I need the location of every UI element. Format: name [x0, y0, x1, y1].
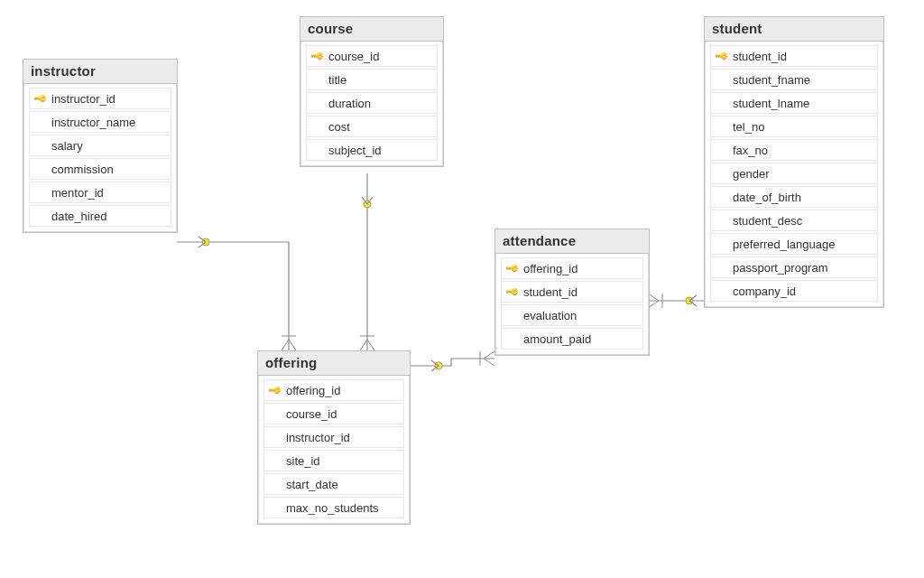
entity-title: instructor: [23, 60, 177, 84]
column-name: commission: [51, 163, 114, 176]
svg-point-3: [686, 297, 693, 304]
link-instructor-offering: [177, 237, 296, 350]
entity-student[interactable]: student 🔑student_id student_fname studen…: [704, 16, 884, 308]
column-row: 🔑student_id: [710, 45, 878, 67]
column-row: date_hired: [29, 205, 171, 227]
column-row: preferred_language: [710, 233, 878, 255]
entity-attendance[interactable]: attendance 🔑offering_id 🔑student_id eval…: [494, 228, 650, 356]
column-row: instructor_name: [29, 111, 171, 133]
column-name: duration: [328, 97, 371, 110]
column-name: title: [328, 73, 346, 87]
column-name: company_id: [733, 284, 796, 298]
column-row: 🔑course_id: [306, 45, 438, 67]
key-icon: 🔑: [504, 261, 519, 275]
link-course-offering: [360, 173, 374, 350]
column-row: mentor_id: [29, 182, 171, 203]
column-name: offering_id: [286, 384, 340, 397]
column-row: date_of_birth: [710, 186, 878, 208]
entity-columns: 🔑course_id title duration cost subject_i…: [300, 42, 443, 166]
key-icon: 🔑: [310, 49, 324, 63]
column-name: passport_program: [733, 261, 828, 275]
column-row: title: [306, 69, 438, 90]
column-name: mentor_id: [51, 186, 104, 200]
column-name: max_no_students: [286, 501, 379, 515]
column-row: start_date: [263, 473, 404, 495]
column-row: max_no_students: [263, 497, 404, 518]
key-icon: 🔑: [714, 49, 728, 63]
column-row: student_fname: [710, 69, 878, 90]
entity-title: course: [300, 17, 443, 42]
column-row: cost: [306, 116, 438, 137]
key-icon: 🔑: [504, 284, 519, 299]
column-name: subject_id: [328, 144, 382, 157]
entity-title: offering: [258, 351, 410, 376]
svg-point-0: [364, 200, 371, 208]
column-name: cost: [328, 120, 350, 134]
entity-offering[interactable]: offering 🔑offering_id course_id instruct…: [257, 350, 411, 525]
erd-canvas: instructor 🔑instructor_id instructor_nam…: [0, 0, 924, 578]
link-student-attendance: [648, 294, 704, 308]
column-name: tel_no: [733, 120, 764, 134]
svg-point-2: [435, 362, 442, 369]
column-name: gender: [733, 167, 769, 181]
entity-columns: 🔑student_id student_fname student_lname …: [705, 42, 883, 307]
entity-columns: 🔑offering_id 🔑student_id evaluation amou…: [495, 254, 649, 355]
column-row: company_id: [710, 280, 878, 302]
column-row: salary: [29, 135, 171, 156]
entity-title: student: [705, 17, 883, 42]
column-row: fax_no: [710, 139, 878, 161]
key-icon: 🔑: [32, 91, 47, 106]
column-row: gender: [710, 163, 878, 184]
column-row: student_lname: [710, 92, 878, 114]
column-name: preferred_language: [733, 238, 835, 251]
column-name: offering_id: [523, 262, 578, 275]
column-name: student_desc: [733, 214, 802, 228]
entity-columns: 🔑instructor_id instructor_name salary co…: [23, 84, 177, 232]
column-name: date_hired: [51, 210, 106, 223]
entity-title: attendance: [495, 229, 649, 254]
column-name: course_id: [286, 407, 337, 421]
key-icon: 🔑: [267, 383, 282, 397]
column-row: 🔑offering_id: [263, 379, 404, 401]
column-name: student_id: [523, 285, 578, 299]
column-name: site_id: [286, 454, 320, 468]
column-row: evaluation: [501, 304, 643, 326]
svg-point-1: [202, 238, 209, 246]
entity-course[interactable]: course 🔑course_id title duration cost su…: [300, 16, 444, 167]
column-row: duration: [306, 92, 438, 114]
column-row: commission: [29, 158, 171, 180]
column-row: amount_paid: [501, 328, 643, 350]
column-name: student_id: [733, 50, 787, 63]
column-row: tel_no: [710, 116, 878, 137]
column-row: 🔑instructor_id: [29, 88, 171, 109]
column-name: evaluation: [523, 309, 577, 322]
column-row: instructor_id: [263, 426, 404, 448]
column-name: salary: [51, 139, 83, 153]
column-name: start_date: [286, 478, 338, 491]
column-row: course_id: [263, 403, 404, 424]
column-name: student_lname: [733, 97, 809, 110]
column-name: date_of_birth: [733, 191, 801, 204]
column-name: course_id: [328, 50, 379, 63]
column-row: student_desc: [710, 210, 878, 231]
column-row: subject_id: [306, 139, 438, 161]
column-name: amount_paid: [523, 332, 591, 346]
column-name: fax_no: [733, 144, 768, 157]
entity-columns: 🔑offering_id course_id instructor_id sit…: [258, 376, 410, 524]
column-row: site_id: [263, 450, 404, 471]
column-row: 🔑offering_id: [501, 257, 643, 279]
column-name: student_fname: [733, 73, 810, 87]
entity-instructor[interactable]: instructor 🔑instructor_id instructor_nam…: [23, 59, 178, 233]
column-name: instructor_name: [51, 116, 135, 129]
column-name: instructor_id: [51, 92, 116, 106]
column-name: instructor_id: [286, 431, 350, 444]
column-row: passport_program: [710, 256, 878, 278]
column-row: 🔑student_id: [501, 281, 643, 303]
link-offering-attendance: [410, 351, 494, 371]
